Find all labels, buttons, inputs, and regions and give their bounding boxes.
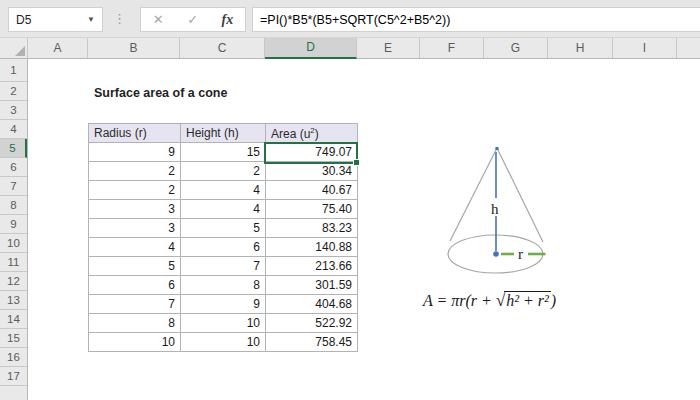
- row-header-5[interactable]: 5: [0, 139, 27, 158]
- row-header-13[interactable]: 13: [0, 291, 27, 310]
- insert-function-icon[interactable]: fx: [222, 13, 234, 27]
- cell-C11[interactable]: 7: [181, 257, 266, 276]
- cell-B6[interactable]: 2: [89, 162, 181, 181]
- cone-left-side: [450, 148, 497, 241]
- cell-C14[interactable]: 10: [181, 314, 266, 333]
- formula-text: =PI()*B5*(B5+SQRT(C5^2+B5^2)): [253, 13, 450, 27]
- cell-D4[interactable]: Area (u2): [266, 124, 358, 143]
- equation-pre: A = πr(r +: [423, 292, 496, 309]
- row-header-9[interactable]: 9: [0, 215, 27, 234]
- cell-B12[interactable]: 6: [89, 276, 181, 295]
- row-header-8[interactable]: 8: [0, 196, 27, 215]
- table-row: 46140.88: [89, 238, 358, 257]
- table-row: 810522.92: [89, 314, 358, 333]
- select-all-corner[interactable]: [0, 38, 28, 59]
- equation-radicand: h² + r²: [504, 291, 551, 309]
- cell-D11[interactable]: 213.66: [266, 257, 358, 276]
- column-header-B[interactable]: B: [88, 38, 180, 58]
- column-header-G[interactable]: G: [484, 38, 548, 58]
- cell-B9[interactable]: 3: [89, 219, 181, 238]
- column-header-C[interactable]: C: [180, 38, 265, 58]
- column-header-E[interactable]: E: [357, 38, 420, 58]
- cell-C10[interactable]: 6: [181, 238, 266, 257]
- row-header-10[interactable]: 10: [0, 234, 27, 253]
- cell-C6[interactable]: 2: [181, 162, 266, 181]
- chevron-down-icon[interactable]: ▼: [87, 16, 102, 24]
- cell-D8[interactable]: 75.40: [266, 200, 358, 219]
- select-all-triangle-icon: [15, 46, 25, 56]
- row-header-17[interactable]: 17: [0, 367, 27, 386]
- row-header-12[interactable]: 12: [0, 272, 27, 291]
- cell-D12[interactable]: 301.59: [266, 276, 358, 295]
- cell-C8[interactable]: 4: [181, 200, 266, 219]
- formula-toolbar: D5 ▼ ⋮ ✕ ✓ fx =PI()*B5*(B5+SQRT(C5^2+B5^…: [0, 0, 700, 38]
- cancel-icon[interactable]: ✕: [153, 13, 164, 26]
- cell-B11[interactable]: 5: [89, 257, 181, 276]
- cell-C7[interactable]: 4: [181, 181, 266, 200]
- toolbar-separator-dots: ⋮: [113, 8, 125, 30]
- row-header-14[interactable]: 14: [0, 310, 27, 329]
- cell-B7[interactable]: 2: [89, 181, 181, 200]
- cell-B10[interactable]: 4: [89, 238, 181, 257]
- column-header-F[interactable]: F: [420, 38, 484, 58]
- cone-right-side: [497, 148, 543, 242]
- cell-B4[interactable]: Radius (r): [89, 124, 181, 143]
- column-header-D[interactable]: D: [265, 38, 357, 59]
- row-header-2[interactable]: 2: [0, 82, 27, 101]
- row-header-4[interactable]: 4: [0, 120, 27, 139]
- equation-post: ): [551, 292, 556, 309]
- center-dot: [493, 251, 499, 257]
- table-row: 1010758.45: [89, 333, 358, 352]
- sheet-grid[interactable]: Surface area of a cone Radius (r)Height …: [28, 59, 700, 400]
- cell-B13[interactable]: 7: [89, 295, 181, 314]
- cell-B8[interactable]: 3: [89, 200, 181, 219]
- column-header-A[interactable]: A: [28, 38, 88, 58]
- formula-buttons: ✕ ✓ fx: [140, 7, 246, 32]
- row-headers: 1234567891011121314151617: [0, 59, 28, 400]
- cell-D14[interactable]: 522.92: [266, 314, 358, 333]
- cell-D6[interactable]: 30.34: [266, 162, 358, 181]
- cell-B15[interactable]: 10: [89, 333, 181, 352]
- table-row: 79404.68: [89, 295, 358, 314]
- table-row: 3583.23: [89, 219, 358, 238]
- row-header-15[interactable]: 15: [0, 329, 27, 348]
- cell-C15[interactable]: 10: [181, 333, 266, 352]
- row-header-16[interactable]: 16: [0, 348, 27, 367]
- table-row: 2440.67: [89, 181, 358, 200]
- apex-dot: [495, 147, 499, 151]
- cell-C12[interactable]: 8: [181, 276, 266, 295]
- cell-C9[interactable]: 5: [181, 219, 266, 238]
- column-header-partial[interactable]: [677, 38, 700, 58]
- cell-D7[interactable]: 40.67: [266, 181, 358, 200]
- cell-D13[interactable]: 404.68: [266, 295, 358, 314]
- cell-D9[interactable]: 83.23: [266, 219, 358, 238]
- row-header-11[interactable]: 11: [0, 253, 27, 272]
- table-row: 915749.07: [89, 143, 358, 162]
- area-unit-superscript: 2: [310, 126, 314, 135]
- column-header-H[interactable]: H: [548, 38, 613, 58]
- name-box[interactable]: D5 ▼: [8, 7, 103, 32]
- cell-D15[interactable]: 758.45: [266, 333, 358, 352]
- table-row: 57213.66: [89, 257, 358, 276]
- cell-C13[interactable]: 9: [181, 295, 266, 314]
- height-label: h: [491, 201, 499, 217]
- table-row: 68301.59: [89, 276, 358, 295]
- enter-icon[interactable]: ✓: [187, 13, 198, 26]
- cell-B5[interactable]: 9: [89, 143, 181, 162]
- column-headers: ABCDEFGHI: [28, 38, 700, 59]
- cell-D10[interactable]: 140.88: [266, 238, 358, 257]
- formula-bar[interactable]: =PI()*B5*(B5+SQRT(C5^2+B5^2)): [252, 7, 700, 32]
- data-table: Radius (r)Height (h)Area (u2)915749.0722…: [88, 123, 358, 352]
- cell-D5[interactable]: 749.07: [266, 143, 358, 162]
- row-header-1[interactable]: 1: [0, 59, 27, 82]
- radius-label: r: [518, 246, 523, 262]
- row-header-6[interactable]: 6: [0, 158, 27, 177]
- cell-C4[interactable]: Height (h): [181, 124, 266, 143]
- cell-C5[interactable]: 15: [181, 143, 266, 162]
- surface-area-equation: A = πr(r + √h² + r²): [423, 291, 556, 311]
- column-header-I[interactable]: I: [613, 38, 677, 58]
- row-header-7[interactable]: 7: [0, 177, 27, 196]
- row-header-3[interactable]: 3: [0, 101, 27, 120]
- cell-reference: D5: [9, 13, 87, 27]
- cell-B14[interactable]: 8: [89, 314, 181, 333]
